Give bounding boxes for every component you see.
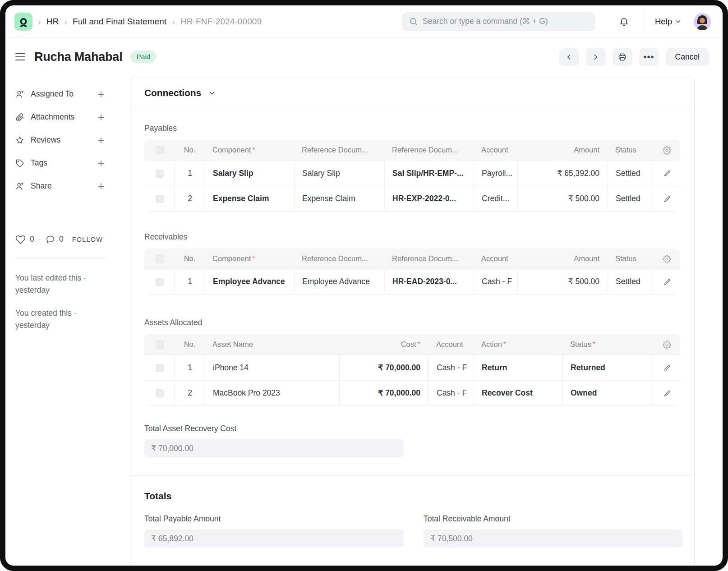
column-header: Amount [517, 140, 608, 160]
column-header: Account [474, 249, 517, 269]
edit-row-pencil-icon[interactable] [663, 388, 671, 397]
column-header: Component* [205, 249, 294, 269]
table-row: 2MacBook Pro 2023₹ 70,000.00Cash - FReco… [144, 380, 680, 406]
page-header: Rucha Mahabal Paid ••• Cancel [5, 38, 723, 74]
column-header: Asset Name [205, 334, 339, 355]
sidebar-item-share[interactable]: Share [15, 181, 106, 191]
column-header: Status [608, 249, 653, 269]
paperclip-icon [15, 113, 24, 122]
table-cell: Expense Claim [294, 186, 384, 212]
select-all-checkbox[interactable] [156, 146, 164, 154]
edit-row-pencil-icon[interactable] [663, 277, 671, 286]
recovery-cost-field[interactable]: ₹ 70,000.00 [144, 439, 404, 457]
table-cell: Credit... [474, 186, 517, 212]
receivables-table: No.Component*Reference Docum...Reference… [144, 249, 680, 295]
add-reviews-button[interactable] [97, 136, 106, 145]
table-cell: Recover Cost [474, 380, 562, 406]
help-label: Help [655, 17, 672, 27]
add-assigned-to-button[interactable] [97, 90, 106, 99]
total-receivable-amount-field[interactable]: ₹ 70,500.00 [424, 530, 683, 548]
table-cell: Employee Advance [294, 269, 384, 295]
star-icon [15, 136, 24, 145]
breadcrumb-doctype[interactable]: Full and Final Statement [73, 17, 166, 27]
navbar-divider [643, 12, 643, 31]
column-header: Status [608, 140, 653, 160]
add-attachments-button[interactable] [97, 113, 106, 122]
assign-user-icon [15, 90, 24, 99]
add-share-button[interactable] [97, 182, 106, 191]
row-checkbox[interactable] [156, 170, 164, 178]
connections-header[interactable]: Connections [130, 76, 694, 109]
connections-title: Connections [144, 87, 201, 98]
table-cell: Owned [562, 380, 653, 406]
sidebar-item-tags[interactable]: Tags [15, 158, 106, 168]
table-cell: Payroll... [474, 160, 517, 186]
table-cell: Settled [608, 160, 653, 186]
column-header: Account [429, 334, 474, 355]
receivables-label: Receivables [144, 232, 680, 242]
app-logo-icon[interactable] [14, 13, 32, 31]
sidebar-divider [15, 258, 106, 258]
table-row: 1iPhone 14₹ 70,000.00Cash - FReturnRetur… [144, 355, 680, 380]
column-header: Status* [562, 334, 653, 355]
table-cell: Cash - F [474, 269, 517, 295]
breadcrumb-hr[interactable]: HR [46, 17, 59, 27]
sidebar-item-label: Reviews [31, 135, 60, 145]
row-checkbox[interactable] [156, 364, 164, 372]
global-search[interactable] [402, 12, 595, 31]
search-input[interactable] [423, 17, 589, 26]
select-all-checkbox[interactable] [156, 341, 164, 349]
table-cell: Cash - F [429, 355, 474, 380]
table-cell: Cash - F [429, 380, 474, 406]
sidebar-item-reviews[interactable]: Reviews [15, 135, 106, 145]
table-settings-gear-icon[interactable] [663, 254, 671, 262]
page-title: Rucha Mahabal [34, 50, 122, 64]
total-payable-amount-field[interactable]: ₹ 65,892.00 [144, 530, 404, 548]
next-record-button[interactable] [586, 48, 606, 66]
more-menu-button[interactable]: ••• [639, 48, 659, 66]
cancel-button[interactable]: Cancel [666, 48, 709, 66]
row-checkbox[interactable] [156, 195, 164, 203]
help-menu[interactable]: Help [655, 17, 681, 27]
likes-count: 0 [30, 235, 34, 244]
connections-panel: Connections Payables No.Component*Refere… [130, 76, 695, 569]
status-badge: Paid [130, 51, 156, 63]
edit-row-pencil-icon[interactable] [663, 169, 671, 178]
sidebar-toggle-icon[interactable] [15, 51, 26, 63]
edit-row-pencil-icon[interactable] [663, 363, 671, 372]
select-all-checkbox[interactable] [156, 255, 164, 263]
table-cell: ₹ 500.00 [517, 269, 608, 295]
row-checkbox[interactable] [156, 389, 164, 397]
heart-icon[interactable] [15, 234, 26, 244]
totals-heading: Totals [144, 491, 680, 502]
table-cell: Expense Claim [205, 186, 294, 212]
total-payable-amount-label: Total Payable Amount [144, 514, 404, 524]
follow-button[interactable]: FOLLOW [72, 236, 103, 243]
notifications-bell-icon[interactable] [619, 16, 629, 27]
add-tags-button[interactable] [97, 159, 106, 168]
table-cell: 1 [175, 269, 205, 295]
table-settings-gear-icon[interactable] [663, 340, 671, 348]
table-header-row: No.Component*Reference Docum...Reference… [144, 140, 680, 160]
table-row: 1Salary SlipSalary SlipSal Slip/HR-EMP-.… [144, 160, 680, 186]
table-cell: Settled [608, 186, 653, 212]
recovery-cost-label: Total Asset Recovery Cost [144, 424, 680, 433]
table-settings-gear-icon[interactable] [663, 145, 671, 153]
app-window: › HR › Full and Final Statement › HR-FNF… [0, 0, 728, 571]
print-button[interactable] [613, 48, 632, 66]
table-cell: 2 [175, 380, 205, 406]
sidebar-item-attachments[interactable]: Attachments [15, 112, 106, 122]
column-header: No. [175, 249, 205, 269]
breadcrumb-docname[interactable]: HR-FNF-2024-00009 [180, 17, 262, 27]
column-header: No. [175, 334, 205, 355]
edit-row-pencil-icon[interactable] [663, 194, 671, 203]
table-cell: ₹ 70,000.00 [339, 355, 429, 380]
payables-label: Payables [144, 124, 680, 133]
sidebar-item-assigned-to[interactable]: Assigned To [15, 89, 106, 99]
comment-icon[interactable] [46, 235, 55, 244]
row-checkbox[interactable] [156, 278, 164, 286]
table-cell: Returned [562, 355, 653, 380]
column-header: Reference Docum... [294, 249, 384, 269]
prev-record-button[interactable] [559, 48, 579, 66]
user-avatar[interactable] [694, 13, 711, 30]
